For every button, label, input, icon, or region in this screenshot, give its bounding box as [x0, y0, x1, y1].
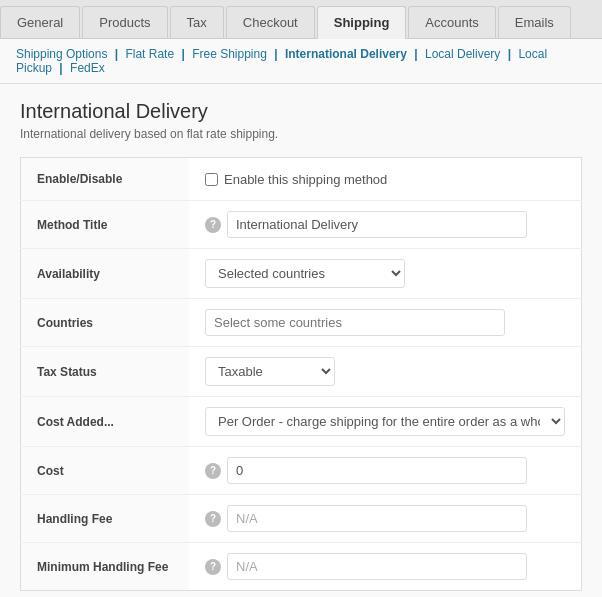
subnav-item-flat-rate[interactable]: Flat Rate	[125, 47, 174, 61]
subnav-item-shipping-options[interactable]: Shipping Options	[16, 47, 107, 61]
enable-row: Enable/Disable Enable this shipping meth…	[21, 158, 582, 201]
subnav-item-international-delivery: International Delivery	[285, 47, 407, 61]
availability-label: Availability	[21, 249, 190, 299]
min-handling-fee-input[interactable]	[227, 553, 527, 580]
subnav-separator: |	[178, 47, 188, 61]
countries-label: Countries	[21, 299, 190, 347]
subnav-separator: |	[411, 47, 421, 61]
tab-general[interactable]: General	[0, 6, 80, 38]
cost-added-row: Cost Added... Per Order - charge shippin…	[21, 397, 582, 447]
cost-help-icon[interactable]: ?	[205, 463, 221, 479]
handling-fee-label: Handling Fee	[21, 495, 190, 543]
countries-row: Countries	[21, 299, 582, 347]
min-handling-fee-row: Minimum Handling Fee ?	[21, 543, 582, 591]
page-content: International Delivery International del…	[0, 84, 602, 597]
tab-emails[interactable]: Emails	[498, 6, 571, 38]
method-title-input[interactable]	[227, 211, 527, 238]
cost-row: Cost ?	[21, 447, 582, 495]
tabs-bar: GeneralProductsTaxCheckoutShippingAccoun…	[0, 0, 602, 39]
tax-status-label: Tax Status	[21, 347, 190, 397]
tab-tax[interactable]: Tax	[170, 6, 224, 38]
tab-products[interactable]: Products	[82, 6, 167, 38]
cost-input[interactable]	[227, 457, 527, 484]
availability-select[interactable]: Selected countries All countries	[205, 259, 405, 288]
subnav-item-fedex[interactable]: FedEx	[70, 61, 105, 75]
cost-label: Cost	[21, 447, 190, 495]
min-handling-fee-label: Minimum Handling Fee	[21, 543, 190, 591]
handling-fee-input[interactable]	[227, 505, 527, 532]
subnav-item-free-shipping[interactable]: Free Shipping	[192, 47, 267, 61]
tab-checkout[interactable]: Checkout	[226, 6, 315, 38]
subnav-separator: |	[56, 61, 66, 75]
enable-text: Enable this shipping method	[224, 172, 387, 187]
settings-form: Enable/Disable Enable this shipping meth…	[20, 157, 582, 591]
min-handling-fee-help-icon[interactable]: ?	[205, 559, 221, 575]
subnav-separator: |	[504, 47, 514, 61]
availability-row: Availability Selected countries All coun…	[21, 249, 582, 299]
tax-status-select[interactable]: Taxable None	[205, 357, 335, 386]
subnav-item-local-delivery[interactable]: Local Delivery	[425, 47, 500, 61]
subnav-separator: |	[271, 47, 281, 61]
tab-shipping[interactable]: Shipping	[317, 6, 407, 39]
page-title: International Delivery	[20, 100, 582, 123]
subnav: Shipping Options | Flat Rate | Free Ship…	[0, 39, 602, 84]
subnav-separator: |	[111, 47, 121, 61]
handling-fee-help-icon[interactable]: ?	[205, 511, 221, 527]
enable-checkbox[interactable]	[205, 173, 218, 186]
tax-status-row: Tax Status Taxable None	[21, 347, 582, 397]
page-description: International delivery based on flat rat…	[20, 127, 582, 141]
enable-label: Enable/Disable	[21, 158, 190, 201]
handling-fee-row: Handling Fee ?	[21, 495, 582, 543]
method-title-row: Method Title ?	[21, 201, 582, 249]
countries-input[interactable]	[205, 309, 505, 336]
tab-accounts[interactable]: Accounts	[408, 6, 495, 38]
cost-added-select[interactable]: Per Order - charge shipping for the enti…	[205, 407, 565, 436]
method-title-label: Method Title	[21, 201, 190, 249]
cost-added-label: Cost Added...	[21, 397, 190, 447]
method-title-help-icon[interactable]: ?	[205, 217, 221, 233]
